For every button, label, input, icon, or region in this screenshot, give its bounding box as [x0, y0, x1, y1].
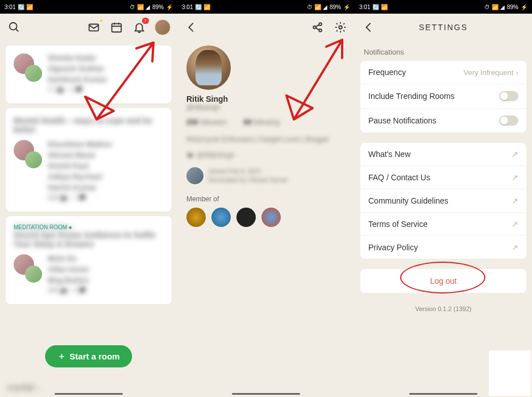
- svg-point-12: [339, 26, 342, 29]
- chevron-right-icon: ›: [516, 68, 518, 77]
- status-bar: 3:01🔄 📶 ⏱ 📶 ◢89%⚡: [0, 0, 177, 14]
- pause-toggle[interactable]: [499, 115, 518, 126]
- speaker-avatars: [14, 140, 42, 168]
- profile-stats: 258 followers 88 following: [186, 118, 346, 126]
- plus-icon: ＋: [57, 351, 66, 362]
- profile-picture[interactable]: [186, 46, 231, 90]
- feed-screen: 3:01🔄 📶 ⏱ 📶 ◢89%⚡ ✦ 7 Shweta Sadar Vigne…: [0, 0, 177, 397]
- profile-screen: 3:01🔄 📶 ⏱ 📶 ◢89%⚡ Ritik Singh @ritiksing…: [177, 0, 355, 397]
- nominator-avatar: [186, 167, 203, 184]
- status-bar: 3:01🔄 📶 ⏱ 📶 ◢89%⚡: [177, 0, 355, 14]
- community-row[interactable]: Community Guidelines↗: [360, 189, 526, 213]
- svg-line-1: [16, 29, 19, 32]
- privacy-row[interactable]: Privacy Policy↗: [360, 236, 526, 259]
- svg-point-0: [10, 23, 17, 30]
- external-link-icon: ↗: [512, 196, 518, 205]
- external-link-icon: ↗: [512, 243, 518, 252]
- notifications-group: Frequency Very Infrequent› Include Trend…: [360, 61, 526, 133]
- back-icon[interactable]: [184, 20, 199, 35]
- club-avatar[interactable]: [186, 208, 206, 227]
- notification-badge: 7: [142, 18, 149, 24]
- home-indicator: [409, 393, 477, 395]
- settings-icon[interactable]: [333, 20, 348, 35]
- svg-rect-2: [89, 24, 99, 31]
- notifications-icon[interactable]: 7: [132, 20, 147, 35]
- faq-row[interactable]: FAQ / Contact Us↗: [360, 166, 526, 189]
- links-group: What's New↗ FAQ / Contact Us↗ Community …: [360, 143, 526, 259]
- profile-name: Ritik Singh: [186, 94, 346, 104]
- version-label: Version 0.1.2 (1392): [355, 305, 532, 312]
- speaker-avatars: [14, 53, 42, 82]
- profile-handle: @ritiksingh: [186, 104, 346, 111]
- sparkle-icon: ✦: [99, 18, 103, 24]
- feed-top-bar: ✦ 7: [0, 14, 177, 41]
- club-avatar[interactable]: [261, 208, 281, 227]
- home-indicator: [232, 393, 300, 395]
- trending-row[interactable]: Include Trending Rooms: [360, 84, 526, 109]
- external-link-icon: ↗: [512, 150, 518, 159]
- invite-icon[interactable]: ✦: [86, 20, 101, 35]
- watermark-box: [489, 350, 531, 396]
- clubs-list: [186, 208, 346, 227]
- settings-header: SETTINGS: [355, 14, 532, 41]
- profile-bio: Motorcycle Enthusiast | Gadget Lover | B…: [186, 135, 346, 143]
- tos-row[interactable]: Terms of Service↗: [360, 213, 526, 236]
- member-of-label: Member of: [186, 195, 346, 203]
- club-avatar[interactable]: [211, 208, 231, 227]
- club-avatar[interactable]: [236, 208, 256, 227]
- start-room-button[interactable]: ＋ Start a room: [45, 345, 132, 367]
- external-link-icon: ↗: [512, 220, 518, 229]
- pause-row[interactable]: Pause Notifications: [360, 109, 526, 133]
- svg-rect-3: [112, 24, 122, 32]
- search-icon[interactable]: [7, 20, 22, 35]
- profile-avatar-button[interactable]: [155, 19, 171, 35]
- trending-toggle[interactable]: [499, 91, 518, 101]
- external-link-icon: ↗: [512, 173, 518, 182]
- svg-line-10: [315, 24, 319, 27]
- profile-top-bar: [177, 14, 355, 41]
- room-card[interactable]: Shweta Sadar Vignesh Sridhar Santhosh Ku…: [6, 46, 172, 104]
- joined-info: Joined Feb 9, 2021 Nominated by Vikrant …: [186, 167, 346, 185]
- settings-screen: 3:01🔄 📶 ⏱ 📶 ◢89%⚡ SETTINGS Notifications…: [355, 0, 532, 397]
- status-battery: 89%: [152, 4, 164, 10]
- room-card[interactable]: Mental Health – ways to cope and be bett…: [6, 108, 172, 212]
- frequency-row[interactable]: Frequency Very Infrequent›: [360, 61, 526, 84]
- twitter-handle[interactable]: 🐦 @RitikSingh: [186, 151, 346, 159]
- svg-line-11: [315, 28, 319, 30]
- home-indicator: [55, 393, 123, 395]
- whats-new-row[interactable]: What's New↗: [360, 143, 526, 166]
- bottom-text: ഓട്ടയിളി …: [7, 383, 43, 391]
- settings-title: SETTINGS: [355, 23, 532, 32]
- speaker-avatars: [14, 254, 42, 283]
- notifications-section-label: Notifications: [355, 41, 532, 61]
- start-room-label: Start a room: [69, 351, 119, 361]
- share-icon[interactable]: [310, 20, 325, 35]
- logout-button[interactable]: Log out: [360, 269, 526, 293]
- frequency-value: Very Infrequent: [463, 68, 513, 77]
- status-bar: 3:01🔄 📶 ⏱ 📶 ◢89%⚡: [355, 0, 532, 14]
- room-card[interactable]: MEDITATION ROOM ● Sound Spa Ocean Ambien…: [6, 216, 172, 304]
- calendar-icon[interactable]: [109, 20, 124, 35]
- status-time: 3:01: [5, 4, 15, 10]
